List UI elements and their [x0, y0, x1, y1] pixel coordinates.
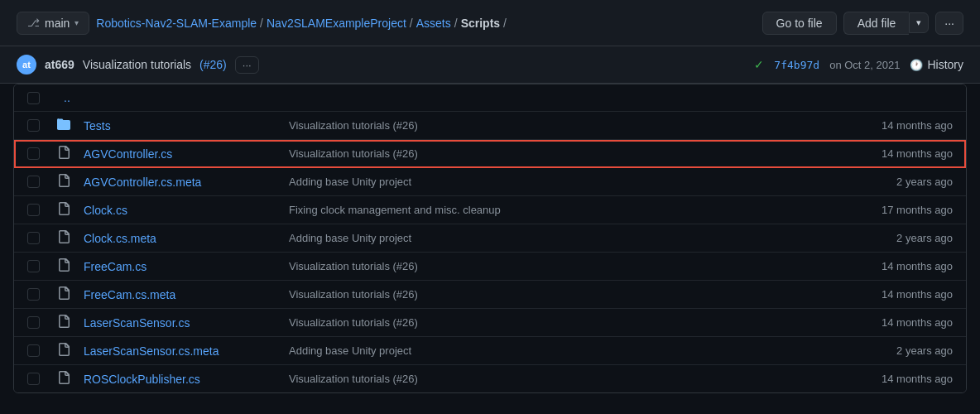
- row-time: 2 years ago: [845, 176, 953, 188]
- row-time: 14 months ago: [845, 260, 953, 272]
- row-checkbox[interactable]: [27, 344, 40, 357]
- row-message: Adding base Unity project: [276, 176, 845, 188]
- row-checkbox[interactable]: [27, 176, 40, 188]
- row-name: Tests: [77, 119, 276, 132]
- row-message: Visualization tutorials (#26): [276, 119, 845, 132]
- row-name-link[interactable]: FreeCam.cs.meta: [84, 288, 175, 301]
- parent-checkbox[interactable]: [27, 92, 40, 104]
- check-icon: ✓: [754, 58, 764, 71]
- row-name: FreeCam.cs: [77, 260, 276, 273]
- row-name: AGVController.cs.meta: [77, 176, 276, 189]
- breadcrumb-sep2: /: [410, 17, 413, 30]
- row-name: LaserScanSensor.cs.meta: [77, 344, 276, 358]
- row-check-col: [27, 344, 57, 357]
- row-name: FreeCam.cs.meta: [77, 288, 276, 301]
- row-name-link[interactable]: Tests: [84, 119, 111, 132]
- table-row: Clock.cs Fixing clock management and mis…: [14, 196, 966, 224]
- branch-label: main: [45, 17, 70, 30]
- history-label: History: [927, 58, 963, 71]
- row-name-link[interactable]: AGVController.cs: [84, 147, 172, 161]
- breadcrumb-sep1: /: [260, 17, 263, 30]
- row-name-link[interactable]: LaserScanSensor.cs: [84, 316, 190, 330]
- row-checkbox[interactable]: [27, 316, 40, 329]
- row-time: 14 months ago: [845, 316, 953, 329]
- row-name: Clock.cs.meta: [77, 232, 276, 245]
- table-row: Clock.cs.meta Adding base Unity project …: [14, 224, 966, 253]
- parent-dir-row: ..: [14, 84, 966, 112]
- row-name-link[interactable]: LaserScanSensor.cs.meta: [84, 344, 219, 358]
- row-message: Fixing clock management and misc. cleanu…: [276, 204, 845, 216]
- breadcrumb-subpath2[interactable]: Assets: [416, 17, 451, 30]
- top-bar: ⎇ main ▾ Robotics-Nav2-SLAM-Example / Na…: [0, 0, 980, 46]
- row-time: 17 months ago: [845, 204, 953, 216]
- commit-pr-link[interactable]: (#26): [199, 58, 227, 71]
- row-name-link[interactable]: ROSClockPublisher.cs: [84, 373, 200, 386]
- row-message: Visualization tutorials (#26): [276, 288, 845, 301]
- row-checkbox[interactable]: [27, 288, 40, 301]
- row-message: Visualization tutorials (#26): [276, 316, 845, 329]
- row-name: AGVController.cs: [77, 147, 276, 161]
- file-icon: [57, 371, 77, 387]
- add-file-button[interactable]: Add file: [843, 12, 910, 35]
- row-name: Clock.cs: [77, 204, 276, 217]
- breadcrumb-current: Scripts: [461, 17, 500, 30]
- row-time: 2 years ago: [845, 344, 953, 357]
- row-check-col: [27, 288, 57, 301]
- row-time: 14 months ago: [845, 119, 953, 132]
- row-name-link[interactable]: AGVController.cs.meta: [84, 176, 201, 189]
- table-row: ROSClockPublisher.cs Visualization tutor…: [14, 365, 966, 392]
- row-check-col: [27, 176, 57, 188]
- history-button[interactable]: 🕐 History: [910, 58, 963, 71]
- row-check-col: [27, 147, 57, 160]
- parent-dir-link[interactable]: ..: [64, 91, 70, 104]
- file-icon: [57, 315, 77, 330]
- row-checkbox[interactable]: [27, 373, 40, 385]
- row-name-link[interactable]: Clock.cs.meta: [84, 232, 156, 245]
- table-row: FreeCam.cs Visualization tutorials (#26)…: [14, 253, 966, 281]
- more-options-button[interactable]: ···: [935, 12, 963, 35]
- row-time: 14 months ago: [845, 288, 953, 301]
- file-icon: [57, 202, 77, 218]
- row-checkbox[interactable]: [27, 147, 40, 160]
- file-table: .. Tests Visualization tutorials (#26) 1…: [13, 84, 967, 393]
- table-row: LaserScanSensor.cs.meta Adding base Unit…: [14, 337, 966, 365]
- table-row: LaserScanSensor.cs Visualization tutoria…: [14, 309, 966, 337]
- file-icon: [57, 258, 77, 274]
- commit-row-left: at at669 Visualization tutorials (#26) ·…: [17, 55, 259, 75]
- branch-selector[interactable]: ⎇ main ▾: [17, 12, 89, 35]
- row-name: LaserScanSensor.cs: [77, 316, 276, 330]
- table-row: AGVController.cs Visualization tutorials…: [14, 140, 966, 168]
- table-row: FreeCam.cs.meta Visualization tutorials …: [14, 281, 966, 309]
- commit-hash[interactable]: 7f4b97d: [774, 59, 819, 71]
- row-name-link[interactable]: Clock.cs: [84, 204, 127, 217]
- row-check-col: [27, 204, 57, 216]
- breadcrumb-subpath1[interactable]: Nav2SLAMExampleProject: [267, 17, 406, 30]
- file-icon: [57, 174, 77, 190]
- add-file-button-group: Add file ▾: [843, 12, 930, 35]
- file-icon: [57, 146, 77, 161]
- breadcrumb-sep4: /: [503, 17, 507, 30]
- parent-check-col: [27, 92, 57, 104]
- row-checkbox[interactable]: [27, 260, 40, 272]
- commit-more-button[interactable]: ···: [235, 56, 259, 74]
- file-icon: [57, 230, 77, 246]
- row-checkbox[interactable]: [27, 204, 40, 216]
- breadcrumb: Robotics-Nav2-SLAM-Example / Nav2SLAMExa…: [96, 17, 507, 30]
- breadcrumb-sep3: /: [454, 17, 458, 30]
- top-bar-left: ⎇ main ▾ Robotics-Nav2-SLAM-Example / Na…: [17, 12, 507, 35]
- row-checkbox[interactable]: [27, 232, 40, 244]
- file-rows-container: Tests Visualization tutorials (#26) 14 m…: [14, 112, 966, 392]
- folder-icon: [57, 118, 77, 133]
- add-file-arrow-button[interactable]: ▾: [909, 12, 929, 33]
- row-check-col: [27, 119, 57, 132]
- avatar: at: [17, 55, 36, 75]
- row-check-col: [27, 260, 57, 272]
- clock-icon: 🕐: [910, 59, 923, 71]
- row-message: Adding base Unity project: [276, 232, 845, 244]
- row-check-col: [27, 232, 57, 244]
- breadcrumb-repo[interactable]: Robotics-Nav2-SLAM-Example: [96, 17, 257, 30]
- row-time: 14 months ago: [845, 373, 953, 385]
- row-checkbox[interactable]: [27, 119, 40, 132]
- go-to-file-button[interactable]: Go to file: [762, 12, 837, 35]
- row-name-link[interactable]: FreeCam.cs: [84, 260, 147, 273]
